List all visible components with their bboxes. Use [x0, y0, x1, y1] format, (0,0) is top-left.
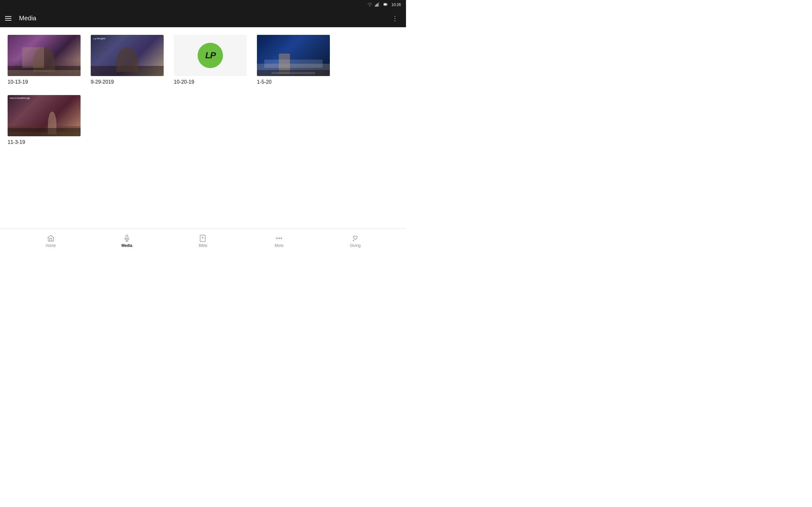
- svg-rect-2: [376, 4, 377, 7]
- home-icon: [47, 234, 55, 242]
- media-thumbnail-4: [257, 35, 330, 76]
- svg-point-15: [279, 238, 280, 239]
- giving-icon: [351, 234, 359, 242]
- signal-icon: [375, 2, 380, 7]
- media-thumbnail-3: LP: [174, 35, 247, 76]
- hamburger-menu-button[interactable]: [5, 16, 11, 20]
- media-item-5[interactable]: need a breakthrough 11-3-19: [8, 95, 81, 145]
- svg-point-14: [276, 238, 277, 239]
- media-grid: 10-13-19 my thoughts 9-29-2019 LP 10-20-…: [8, 35, 398, 145]
- status-time: 10:26: [392, 3, 401, 7]
- svg-rect-1: [375, 5, 376, 7]
- media-label-5: 11-3-19: [8, 139, 81, 145]
- nav-label-home: Home: [46, 243, 56, 248]
- more-icon: [275, 234, 283, 242]
- battery-icon: [383, 3, 389, 7]
- media-label-1: 10-13-19: [8, 79, 81, 85]
- hamburger-line-2: [5, 18, 11, 19]
- thumb-overlay-text-5: need a breakthrough: [9, 97, 30, 99]
- app-title: Media: [19, 14, 382, 22]
- wifi-icon: [367, 2, 372, 7]
- nav-item-more[interactable]: More: [266, 234, 292, 248]
- media-item-1[interactable]: 10-13-19: [8, 35, 81, 85]
- main-content: 10-13-19 my thoughts 9-29-2019 LP 10-20-…: [0, 27, 406, 228]
- svg-point-0: [369, 6, 370, 7]
- svg-rect-8: [126, 235, 128, 239]
- media-label-3: 10-20-19: [174, 79, 247, 85]
- nav-item-media[interactable]: Media: [114, 234, 140, 248]
- nav-label-more: More: [275, 243, 283, 248]
- nav-label-media: Media: [121, 243, 132, 248]
- bible-icon: [199, 234, 207, 242]
- nav-item-bible[interactable]: Bible: [190, 234, 216, 248]
- status-bar: 10:26: [0, 0, 406, 9]
- svg-rect-3: [377, 3, 378, 7]
- nav-label-giving: Giving: [350, 243, 361, 248]
- media-item-3[interactable]: LP 10-20-19: [174, 35, 247, 85]
- svg-point-16: [281, 238, 282, 239]
- media-item-4[interactable]: 1-5-20: [257, 35, 330, 85]
- svg-rect-4: [378, 3, 379, 7]
- media-label-4: 1-5-20: [257, 79, 330, 85]
- svg-rect-7: [384, 3, 386, 5]
- mic-icon: [123, 234, 131, 242]
- hamburger-line-3: [5, 20, 11, 20]
- media-label-2: 9-29-2019: [91, 79, 164, 85]
- bottom-navigation: Home Media Bible More: [0, 228, 406, 253]
- nav-label-bible: Bible: [199, 243, 207, 248]
- nav-item-giving[interactable]: Giving: [343, 234, 368, 248]
- thumb-overlay-text-2: my thoughts: [93, 38, 105, 40]
- svg-rect-6: [387, 4, 387, 5]
- nav-item-home[interactable]: Home: [38, 234, 63, 248]
- hamburger-line-1: [5, 16, 11, 17]
- more-options-button[interactable]: ⋮: [389, 12, 401, 25]
- top-app-bar: Media ⋮: [0, 9, 406, 27]
- media-thumbnail-5: need a breakthrough: [8, 95, 81, 136]
- media-thumbnail-2: my thoughts: [91, 35, 164, 76]
- media-thumbnail-1: [8, 35, 81, 76]
- media-item-2[interactable]: my thoughts 9-29-2019: [91, 35, 164, 85]
- lp-logo: LP: [198, 43, 223, 68]
